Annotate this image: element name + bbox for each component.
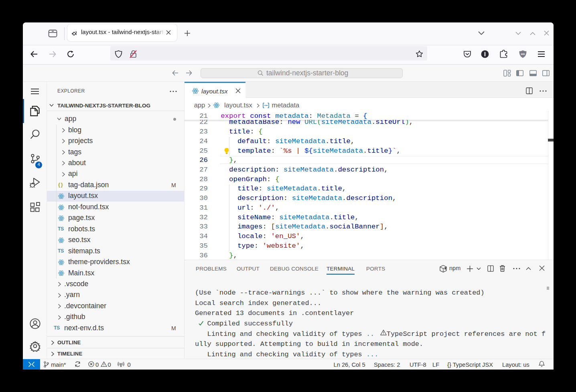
svg-text:uo: uo [521, 52, 525, 56]
